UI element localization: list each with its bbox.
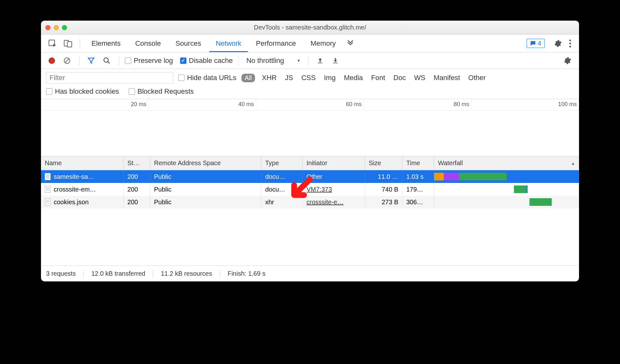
cell-ras: Public — [150, 170, 261, 183]
device-toggle-icon[interactable] — [61, 38, 75, 49]
filter-type-doc[interactable]: Doc — [392, 74, 407, 82]
tab-console[interactable]: Console — [129, 35, 167, 52]
zoom-window-button[interactable] — [62, 25, 67, 30]
svg-point-7 — [104, 58, 108, 62]
filter-type-css[interactable]: CSS — [300, 74, 317, 82]
filter-type-media[interactable]: Media — [343, 74, 364, 82]
svg-point-5 — [569, 46, 571, 47]
col-remote-address-space[interactable]: Remote Address Space — [150, 156, 261, 170]
clear-icon[interactable] — [61, 55, 73, 66]
timeline-tick: 40 ms — [149, 99, 256, 110]
summary-finish: Finish: 1.69 s — [228, 270, 266, 277]
download-har-icon[interactable] — [329, 55, 341, 66]
minimize-window-button[interactable] — [54, 25, 59, 30]
cell-name: cookies.json — [41, 196, 124, 208]
settings-icon[interactable] — [551, 37, 564, 50]
titlebar[interactable]: DevTools - samesite-sandbox.glitch.me/ — [41, 21, 579, 35]
summary-bar: 3 requests 12.0 kB transferred 11.2 kB r… — [41, 266, 579, 281]
timeline-tick: 80 ms — [364, 99, 471, 110]
col-size[interactable]: Size — [365, 156, 402, 170]
file-icon — [45, 199, 51, 206]
cell-ras: Public — [150, 183, 261, 196]
divider — [80, 38, 80, 49]
annotation-arrow-icon — [286, 175, 314, 204]
filter-type-all[interactable]: All — [241, 74, 255, 82]
file-icon — [45, 173, 51, 180]
upload-har-icon[interactable] — [314, 55, 326, 66]
network-settings-icon[interactable] — [561, 55, 574, 67]
main-tabs: ElementsConsoleSourcesNetworkPerformance… — [41, 35, 579, 52]
col-name[interactable]: Name — [41, 156, 124, 170]
has-blocked-cookies-checkbox[interactable]: Has blocked cookies — [46, 87, 119, 96]
filter-type-font[interactable]: Font — [370, 74, 387, 82]
filter-input[interactable] — [46, 72, 173, 84]
svg-point-3 — [569, 39, 571, 41]
network-table-header: Name St… Remote Address Space Type Initi… — [41, 156, 579, 170]
disable-cache-checkbox[interactable]: Disable cache — [180, 57, 233, 65]
cell-name: crosssite-em… — [41, 183, 124, 196]
filter-type-manifest[interactable]: Manifest — [432, 74, 461, 82]
cell-name: samesite-sa… — [41, 170, 124, 183]
cell-time: 1.03 s — [402, 170, 434, 183]
close-window-button[interactable] — [45, 25, 51, 30]
col-status[interactable]: St… — [124, 156, 150, 170]
svg-rect-2 — [67, 42, 72, 47]
filter-type-js[interactable]: JS — [284, 74, 294, 82]
file-icon — [45, 186, 51, 193]
cell-size: 273 B — [365, 196, 402, 208]
cell-time: 306… — [402, 196, 434, 208]
window-controls — [45, 25, 67, 30]
timeline-tick: 100 ms — [471, 99, 579, 110]
preserve-log-checkbox[interactable]: Preserve log — [125, 57, 173, 65]
timeline-tick: 60 ms — [256, 99, 364, 110]
filter-toggle-icon[interactable] — [85, 55, 97, 66]
summary-transferred: 12.0 kB transferred — [91, 270, 145, 277]
col-initiator[interactable]: Initiator — [303, 156, 365, 170]
tab-memory[interactable]: Memory — [304, 35, 342, 52]
cell-status: 200 — [124, 196, 150, 208]
messages-badge[interactable]: 4 — [527, 39, 545, 48]
cell-waterfall — [434, 170, 579, 183]
svg-rect-9 — [333, 63, 338, 63]
search-icon[interactable] — [100, 55, 113, 66]
summary-requests: 3 requests — [46, 270, 76, 277]
cell-time: 179… — [402, 183, 434, 196]
cell-size: 740 B — [365, 183, 402, 196]
filter-bar: Hide data URLs AllXHRJSCSSImgMediaFontDo… — [41, 69, 579, 99]
svg-rect-8 — [318, 63, 323, 63]
timeline-tick: 20 ms — [41, 99, 149, 110]
tab-network[interactable]: Network — [209, 35, 248, 52]
throttling-select[interactable]: No throttling▼ — [245, 56, 303, 65]
cell-status: 200 — [124, 170, 150, 183]
network-toolbar: Preserve log Disable cache No throttling… — [41, 52, 579, 69]
messages-count: 4 — [538, 40, 541, 47]
col-waterfall[interactable]: Waterfall▲ — [434, 156, 579, 170]
timeline-overview[interactable]: 20 ms40 ms60 ms80 ms100 ms — [41, 99, 579, 156]
cell-waterfall — [434, 196, 579, 208]
tab-performance[interactable]: Performance — [250, 35, 302, 52]
filter-type-xhr[interactable]: XHR — [261, 74, 278, 82]
tab-sources[interactable]: Sources — [169, 35, 207, 52]
summary-resources: 11.2 kB resources — [161, 270, 212, 277]
devtools-window: DevTools - samesite-sandbox.glitch.me/ E… — [41, 21, 579, 281]
more-tabs-icon[interactable] — [344, 38, 357, 49]
cell-status: 200 — [124, 183, 150, 196]
hide-data-urls-checkbox[interactable]: Hide data URLs — [178, 74, 236, 82]
kebab-menu-icon[interactable] — [566, 37, 574, 50]
sort-asc-icon: ▲ — [571, 161, 575, 166]
filter-type-ws[interactable]: WS — [413, 74, 427, 82]
tab-elements[interactable]: Elements — [85, 35, 127, 52]
cell-waterfall — [434, 183, 579, 196]
col-time[interactable]: Time — [402, 156, 434, 170]
record-button[interactable] — [46, 56, 57, 66]
col-type[interactable]: Type — [261, 156, 303, 170]
cell-ras: Public — [150, 196, 261, 208]
svg-point-4 — [569, 43, 571, 44]
cell-size: 11.0 … — [365, 170, 402, 183]
window-title: DevTools - samesite-sandbox.glitch.me/ — [41, 24, 579, 31]
inspect-element-icon[interactable] — [46, 38, 59, 49]
blocked-requests-checkbox[interactable]: Blocked Requests — [129, 87, 194, 96]
filter-type-img[interactable]: Img — [323, 74, 337, 82]
filter-type-other[interactable]: Other — [467, 74, 487, 82]
